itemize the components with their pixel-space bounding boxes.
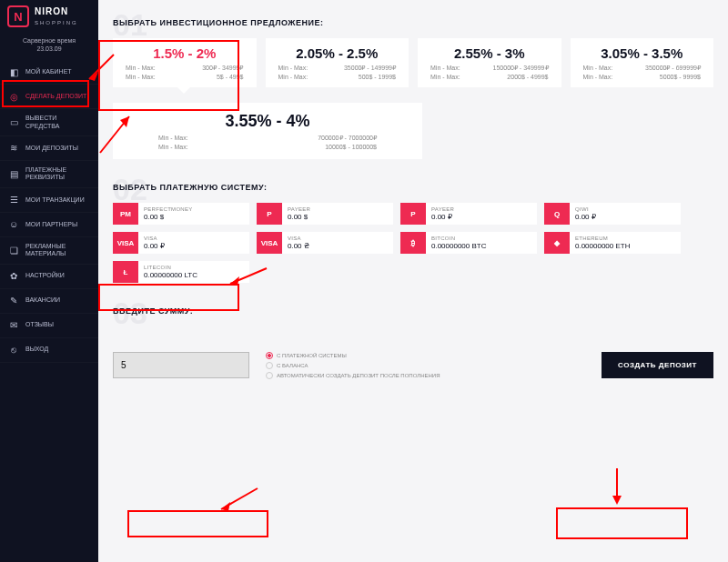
payment-balance: 0.00 $	[288, 213, 388, 221]
sidebar-item-8[interactable]: ✿НАСТРОЙКИ	[0, 265, 98, 289]
payment-option-6[interactable]: ₿ BITCOIN 0.00000000 BTC	[400, 232, 537, 254]
payment-icon: Q	[544, 203, 570, 225]
brand-name: NIRON	[35, 6, 68, 16]
nav-icon: ◧	[7, 65, 20, 78]
payment-option-7[interactable]: ◆ ETHEREUM 0.00000000 ETH	[544, 232, 681, 254]
nav-label: РЕКЛАМНЫЕ МАТЕРИАЛЫ	[25, 243, 91, 258]
payment-icon: VISA	[257, 232, 282, 254]
plan-card-2[interactable]: 2.55% - 3% Min - Max:150000₽ - 349999₽ M…	[418, 38, 561, 87]
plan-rate: 1.5% - 2%	[126, 45, 244, 61]
payment-icon: P	[400, 203, 426, 225]
payment-option-5[interactable]: VISA VISA 0.00 ₴	[257, 232, 393, 254]
nav-label: ОТЗЫВЫ	[25, 321, 54, 328]
radio-dot-icon	[266, 352, 273, 359]
payment-icon: ₿	[400, 232, 426, 254]
nav-label: МОИ ДЕПОЗИТЫ	[25, 145, 78, 152]
payment-balance: 0.00000000 LTC	[144, 271, 244, 279]
sidebar: N NIRON SHOPPING Сарверное время 23.03.0…	[0, 0, 98, 562]
payment-name: PAYEER	[288, 206, 388, 212]
sidebar-item-1[interactable]: ◎СДЕЛАТЬ ДЕПОЗИТ	[0, 85, 98, 109]
server-time: Сарверное время 23.03.09	[0, 33, 98, 60]
radio-option-2[interactable]: АВТОМАТИЧЕСКИ СОЗДАТЬ ДЕПОЗИТ ПОСЛЕ ПОПО…	[266, 372, 440, 379]
payment-name: BITCOIN	[431, 236, 531, 241]
nav-icon: ≋	[7, 142, 20, 155]
nav-icon: ⎋	[7, 344, 20, 356]
section-title-1: ВЫБРАТЬ ИНВЕСТИЦИОННОЕ ПРЕДЛОЖЕНИЕ:	[113, 16, 713, 27]
section-title-3: ВВЕДИТЕ СУММУ:	[113, 305, 713, 316]
svg-marker-5	[612, 496, 622, 505]
payment-name: PAYEER	[431, 206, 531, 212]
logo: N NIRON SHOPPING	[0, 0, 98, 33]
logo-icon: N	[7, 5, 29, 27]
radio-label: АВТОМАТИЧЕСКИ СОЗДАТЬ ДЕПОЗИТ ПОСЛЕ ПОПО…	[277, 373, 440, 378]
nav-label: ПЛАТЕЖНЫЕ РЕКВИЗИТЫ	[25, 166, 91, 182]
plan-card-1[interactable]: 2.05% - 2.5% Min - Max:35000₽ - 149999₽ …	[266, 38, 410, 87]
nav-label: МОЙ КАБИНЕТ	[25, 68, 72, 75]
nav-label: СДЕЛАТЬ ДЕПОЗИТ	[25, 93, 86, 100]
nav-icon: ☰	[7, 194, 20, 206]
nav-icon: ✎	[7, 295, 20, 307]
radio-dot-icon	[266, 362, 273, 369]
brand-sub: SHOPPING	[35, 20, 78, 25]
amount-input[interactable]	[113, 352, 249, 378]
sidebar-item-11[interactable]: ⎋ВЫХОД	[0, 338, 98, 363]
nav-label: МОИ ПАРТНЕРЫ	[25, 221, 77, 228]
sidebar-item-6[interactable]: ☺МОИ ПАРТНЕРЫ	[0, 213, 98, 237]
radio-label: С ПЛАТЕЖНОЙ СИСТЕМЫ	[277, 353, 347, 358]
payment-balance: 0.00 ₽	[144, 242, 244, 250]
plan-card-big[interactable]: 3.55% - 4% Min - Max:700000₽ - 7000000₽ …	[113, 103, 422, 159]
plan-rate: 3.05% - 3.5%	[583, 45, 702, 61]
payment-balance: 0.00 ₽	[575, 213, 675, 221]
payment-balance: 0.00000000 BTC	[431, 242, 531, 250]
svg-line-2	[221, 488, 258, 509]
nav-label: НАСТРОЙКИ	[25, 272, 65, 279]
payment-option-2[interactable]: P PAYEER 0.00 ₽	[400, 203, 537, 225]
sidebar-item-0[interactable]: ◧МОЙ КАБИНЕТ	[0, 60, 98, 85]
payment-name: VISA	[144, 236, 244, 241]
sidebar-item-10[interactable]: ✉ОТЗЫВЫ	[0, 314, 98, 338]
sidebar-item-5[interactable]: ☰МОИ ТРАНЗАКЦИИ	[0, 188, 98, 213]
nav-label: ВЫХОД	[25, 346, 48, 353]
nav-icon: ◎	[7, 90, 20, 103]
plan-card-0[interactable]: 1.5% - 2% Min - Max:300₽ - 34999₽ Min - …	[113, 38, 257, 87]
radio-option-0[interactable]: С ПЛАТЕЖНОЙ СИСТЕМЫ	[266, 352, 440, 359]
nav-icon: ❏	[7, 244, 20, 256]
nav-icon: ▤	[7, 167, 20, 180]
payment-balance: 0.00 ₽	[431, 213, 531, 221]
main-content: 01 ВЫБРАТЬ ИНВЕСТИЦИОННОЕ ПРЕДЛОЖЕНИЕ: 1…	[98, 0, 728, 562]
payment-option-3[interactable]: Q QIWI 0.00 ₽	[544, 203, 681, 225]
radio-option-1[interactable]: С БАЛАНСА	[266, 362, 440, 369]
nav-label: ВЫВЕСТИ СРЕДСТВА	[25, 115, 91, 130]
section-title-2: ВЫБРАТЬ ПЛАТЕЖНУЮ СИСТЕМУ:	[113, 181, 713, 192]
payment-name: PERFECTMONEY	[144, 206, 244, 212]
nav-icon: ☺	[7, 218, 20, 231]
plan-rate: 2.55% - 3%	[430, 45, 549, 61]
payment-option-4[interactable]: VISA VISA 0.00 ₽	[113, 232, 249, 254]
nav-icon: ▭	[7, 116, 20, 129]
nav-label: МОИ ТРАНЗАКЦИИ	[25, 196, 85, 204]
sidebar-item-9[interactable]: ✎ВАКАНСИИ	[0, 289, 98, 314]
payment-option-8[interactable]: Ł LITECOIN 0.00000000 LTC	[113, 261, 249, 283]
plan-card-3[interactable]: 3.05% - 3.5% Min - Max:350000₽ - 699999₽…	[571, 38, 714, 87]
payment-icon: P	[257, 203, 282, 225]
payment-icon: Ł	[113, 261, 138, 283]
svg-marker-3	[221, 502, 230, 511]
sidebar-item-7[interactable]: ❏РЕКЛАМНЫЕ МАТЕРИАЛЫ	[0, 237, 98, 265]
payment-balance: 0.00 $	[144, 213, 244, 221]
payment-option-1[interactable]: P PAYEER 0.00 $	[257, 203, 393, 225]
create-deposit-button[interactable]: СОЗДАТЬ ДЕПОЗИТ	[602, 352, 713, 378]
sidebar-item-4[interactable]: ▤ПЛАТЕЖНЫЕ РЕКВИЗИТЫ	[0, 161, 98, 188]
payment-balance: 0.00000000 ETH	[575, 242, 675, 250]
nav-icon: ✉	[7, 319, 20, 332]
plan-rate: 2.05% - 2.5%	[278, 45, 397, 61]
payment-icon: VISA	[113, 232, 138, 254]
payment-name: QIWI	[575, 206, 675, 212]
payment-name: VISA	[288, 236, 388, 241]
payment-icon: ◆	[544, 232, 570, 254]
radio-label: С БАЛАНСА	[277, 363, 308, 368]
nav-icon: ✿	[7, 270, 20, 283]
sidebar-item-3[interactable]: ≋МОИ ДЕПОЗИТЫ	[0, 136, 98, 161]
payment-name: LITECOIN	[144, 265, 244, 270]
payment-balance: 0.00 ₴	[288, 242, 388, 250]
sidebar-item-2[interactable]: ▭ВЫВЕСТИ СРЕДСТВА	[0, 109, 98, 136]
